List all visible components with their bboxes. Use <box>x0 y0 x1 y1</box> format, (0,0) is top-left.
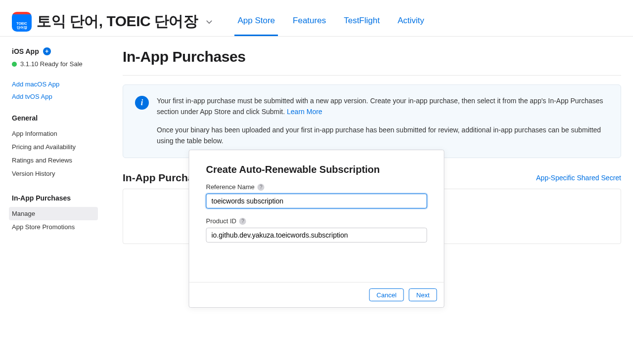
app-icon <box>12 12 32 32</box>
info-text: Your first in-app purchase must be submi… <box>157 96 609 147</box>
sidebar-platform-links: Add macOS App Add tvOS App <box>12 81 109 100</box>
app-title: 토익 단어, TOEIC 단어장 <box>37 11 198 32</box>
sidebar-item-pricing[interactable]: Pricing and Availability <box>12 140 109 154</box>
sidebar-item-manage[interactable]: Manage <box>9 207 98 220</box>
version-row[interactable]: 3.1.10 Ready for Sale <box>12 60 109 68</box>
sidebar: iOS App + 3.1.10 Ready for Sale Add macO… <box>0 37 109 244</box>
app-specific-shared-secret-link[interactable]: App-Specific Shared Secret <box>536 174 621 182</box>
main-tabs: App Store Features TestFlight Activity <box>228 7 433 36</box>
sidebar-item-ratings[interactable]: Ratings and Reviews <box>12 154 109 167</box>
app-header: 토익 단어, TOEIC 단어장 App Store Features Test… <box>0 0 633 37</box>
add-tvos-link[interactable]: Add tvOS App <box>12 93 109 100</box>
help-icon[interactable]: ? <box>239 218 246 225</box>
app-title-group[interactable]: 토익 단어, TOEIC 단어장 <box>37 11 215 32</box>
sidebar-general-title: General <box>12 114 109 122</box>
add-version-button[interactable]: + <box>43 47 51 55</box>
learn-more-link[interactable]: Learn More <box>287 108 322 116</box>
sidebar-section-iap: In-App Purchases Manage App Store Promot… <box>12 194 109 234</box>
help-icon[interactable]: ? <box>258 184 265 191</box>
sidebar-ios-app-heading: iOS App + <box>12 47 109 55</box>
status-dot-icon <box>12 62 17 67</box>
next-button[interactable]: Next <box>409 288 437 301</box>
tab-activity[interactable]: Activity <box>395 7 427 36</box>
sidebar-item-app-information[interactable]: App Information <box>12 127 109 140</box>
sidebar-iap-title: In-App Purchases <box>12 194 109 202</box>
tab-testflight[interactable]: TestFlight <box>341 7 383 36</box>
sidebar-item-version-history[interactable]: Version History <box>12 167 109 180</box>
chevron-down-icon[interactable] <box>204 16 215 27</box>
version-status-label: 3.1.10 Ready for Sale <box>20 60 83 68</box>
reference-name-input[interactable] <box>206 194 427 208</box>
field-reference-name: Reference Name ? <box>206 183 427 208</box>
tab-features[interactable]: Features <box>290 7 329 36</box>
product-id-input[interactable] <box>206 228 427 243</box>
page-title: In-App Purchases <box>123 48 621 76</box>
info-callout: i Your first in-app purchase must be sub… <box>123 84 621 158</box>
info-icon: i <box>135 96 149 110</box>
info-paragraph-2: Once your binary has been uploaded and y… <box>157 125 609 146</box>
ios-app-label: iOS App <box>12 47 39 55</box>
add-macos-link[interactable]: Add macOS App <box>12 81 109 88</box>
info-paragraph-1: Your first in-app purchase must be submi… <box>157 96 609 117</box>
sidebar-section-general: General App Information Pricing and Avai… <box>12 114 109 180</box>
modal-footer: Cancel Next <box>189 282 444 307</box>
create-subscription-modal: Create Auto-Renewable Subscription Refer… <box>189 150 445 308</box>
modal-title: Create Auto-Renewable Subscription <box>206 164 427 175</box>
product-id-label: Product ID <box>206 217 236 225</box>
cancel-button[interactable]: Cancel <box>369 288 404 301</box>
reference-name-label: Reference Name <box>206 183 255 191</box>
tab-app-store[interactable]: App Store <box>234 7 278 36</box>
sidebar-item-promotions[interactable]: App Store Promotions <box>12 220 109 234</box>
field-product-id: Product ID ? <box>206 217 427 243</box>
